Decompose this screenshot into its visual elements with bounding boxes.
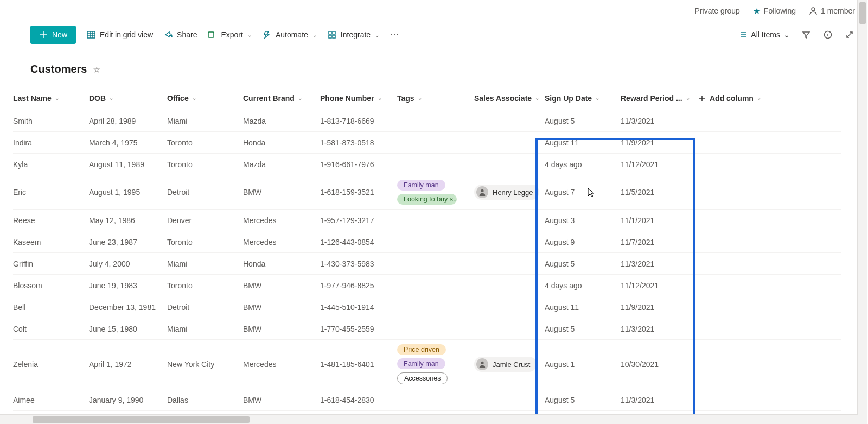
svg-point-9	[481, 362, 483, 364]
cell-lastname: Reese	[13, 211, 89, 230]
cell-empty	[698, 258, 775, 269]
cell-lastname: Aimee	[13, 390, 89, 410]
col-header-signup[interactable]: Sign Up Date⌄	[545, 88, 621, 108]
filter-button[interactable]	[801, 29, 812, 40]
member-count-label: 1 member	[821, 7, 855, 15]
share-icon	[164, 30, 173, 39]
integrate-button[interactable]: Integrate ⌄	[328, 30, 379, 39]
cell-sales-associate: Jamie Crust	[474, 351, 545, 377]
cell-signup: August 1	[545, 355, 621, 374]
chevron-down-icon: ⌄	[535, 95, 539, 101]
table-row[interactable]: KaseemJune 23, 1987TorontoMercedes1-126-…	[13, 231, 841, 253]
table-row[interactable]: ZeleniaApril 1, 1972New York CityMercede…	[13, 340, 841, 389]
member-count[interactable]: 1 member	[809, 7, 855, 15]
view-selector[interactable]: All Items ⌄	[739, 30, 790, 39]
horizontal-scrollbar[interactable]	[0, 414, 858, 424]
grid-icon	[87, 30, 95, 39]
vertical-scrollbar[interactable]	[857, 0, 867, 424]
cell-reward: 11/3/2021	[621, 319, 698, 339]
svg-point-8	[481, 189, 483, 192]
cell-phone: 1-813-718-6669	[320, 111, 397, 131]
share-button[interactable]: Share	[164, 30, 197, 39]
cell-brand: BMW	[243, 319, 320, 339]
table-row[interactable]: ColtJune 15, 1980MiamiBMW1-770-455-2559A…	[13, 318, 841, 340]
cell-reward: 11/3/2021	[621, 390, 698, 410]
automate-icon	[263, 30, 271, 39]
cell-office: Toronto	[167, 133, 243, 153]
col-header-phone[interactable]: Phone Number⌄	[320, 88, 397, 108]
cell-signup: August 9	[545, 232, 621, 252]
cell-phone: 1-977-946-8825	[320, 276, 397, 295]
col-header-dob[interactable]: DOB⌄	[89, 88, 167, 108]
cell-reward: 11/1/2021	[621, 211, 698, 230]
following-toggle[interactable]: ★ Following	[753, 6, 796, 16]
cell-phone: 1-618-454-2830	[320, 390, 397, 410]
tag-chip[interactable]: Looking to buy s...	[397, 194, 457, 205]
edit-grid-button[interactable]: Edit in grid view	[87, 30, 153, 39]
automate-label: Automate	[276, 30, 308, 39]
person-chip[interactable]: Henry Legge	[474, 185, 539, 200]
new-button[interactable]: New	[30, 26, 76, 44]
cell-tags	[397, 117, 474, 125]
person-name: Jamie Crust	[493, 360, 530, 369]
table-row[interactable]: GriffinJuly 4, 2000MiamiHonda1-430-373-5…	[13, 253, 841, 275]
cell-tags	[397, 216, 474, 225]
chevron-down-icon: ⌄	[192, 95, 196, 101]
tag-chip[interactable]: Accessories	[397, 372, 448, 384]
chevron-down-icon: ⌄	[595, 95, 599, 101]
cell-tags	[397, 238, 474, 246]
col-header-lastname[interactable]: Last Name⌄	[13, 88, 89, 108]
expand-button[interactable]	[844, 29, 855, 40]
table-row[interactable]: BellDecember 13, 1981DetroitBMW1-445-510…	[13, 296, 841, 318]
person-icon	[809, 7, 818, 15]
table-row[interactable]: IndiraMarch 4, 1975TorontoHonda1-581-873…	[13, 132, 841, 154]
automate-button[interactable]: Automate ⌄	[263, 30, 317, 39]
info-button[interactable]	[822, 29, 833, 40]
cell-office: Miami	[167, 319, 243, 339]
col-header-brand[interactable]: Current Brand⌄	[243, 88, 320, 108]
excel-icon	[208, 30, 216, 39]
cell-office: New York City	[167, 355, 243, 374]
share-label: Share	[177, 30, 197, 39]
col-header-reward[interactable]: Reward Period ...⌄	[621, 88, 698, 108]
export-button[interactable]: Export ⌄	[208, 30, 251, 39]
favorite-star-icon[interactable]: ☆	[93, 65, 100, 74]
col-header-tags[interactable]: Tags⌄	[397, 88, 474, 108]
tag-chip[interactable]: Price driven	[397, 344, 446, 355]
tag-chip[interactable]: Family man	[397, 358, 445, 369]
table-row[interactable]: KylaAugust 11, 1989TorontoMazda1-916-661…	[13, 154, 841, 175]
chevron-down-icon: ⌄	[109, 95, 113, 101]
cell-office: Miami	[167, 111, 243, 131]
table-row[interactable]: ReeseMay 12, 1986DenverMercedes1-957-129…	[13, 210, 841, 231]
cell-lastname: Bell	[13, 298, 89, 317]
col-header-office[interactable]: Office⌄	[167, 88, 243, 108]
cell-sales-associate	[474, 280, 545, 291]
add-column-button[interactable]: Add column ⌄	[698, 88, 775, 108]
cell-empty	[698, 159, 775, 170]
cell-dob: April 1, 1972	[89, 355, 167, 374]
table-row[interactable]: BlossomJune 19, 1983TorontoBMW1-977-946-…	[13, 275, 841, 296]
command-bar: New Edit in grid view Share Export ⌄ Aut…	[0, 22, 868, 48]
person-chip[interactable]: Jamie Crust	[474, 357, 537, 372]
cell-dob: March 4, 1975	[89, 133, 167, 153]
expand-icon	[845, 30, 854, 39]
table-row[interactable]: EricAugust 1, 1995DetroitBMW1-618-159-35…	[13, 175, 841, 210]
integrate-label: Integrate	[341, 30, 371, 39]
add-column-label: Add column	[710, 94, 754, 103]
more-commands-button[interactable]: ···	[390, 30, 400, 39]
cell-dob: July 4, 2000	[89, 254, 167, 274]
scrollbar-thumb[interactable]	[33, 416, 250, 423]
col-header-assoc[interactable]: Sales Associate⌄	[474, 88, 545, 108]
cell-brand: Mercedes	[243, 232, 320, 252]
tag-chip[interactable]: Family man	[397, 180, 445, 191]
scrollbar-thumb[interactable]	[859, 2, 866, 24]
cell-signup: August 5	[545, 390, 621, 410]
cell-brand: Mercedes	[243, 355, 320, 374]
cell-sales-associate	[474, 258, 545, 269]
chevron-down-icon: ⌄	[247, 32, 252, 38]
cell-office: Denver	[167, 211, 243, 230]
avatar-icon	[476, 358, 488, 370]
cell-brand: BMW	[243, 390, 320, 410]
table-row[interactable]: AimeeJanuary 9, 1990DallasBMW1-618-454-2…	[13, 389, 841, 411]
table-row[interactable]: SmithApril 28, 1989MiamiMazda1-813-718-6…	[13, 110, 841, 132]
